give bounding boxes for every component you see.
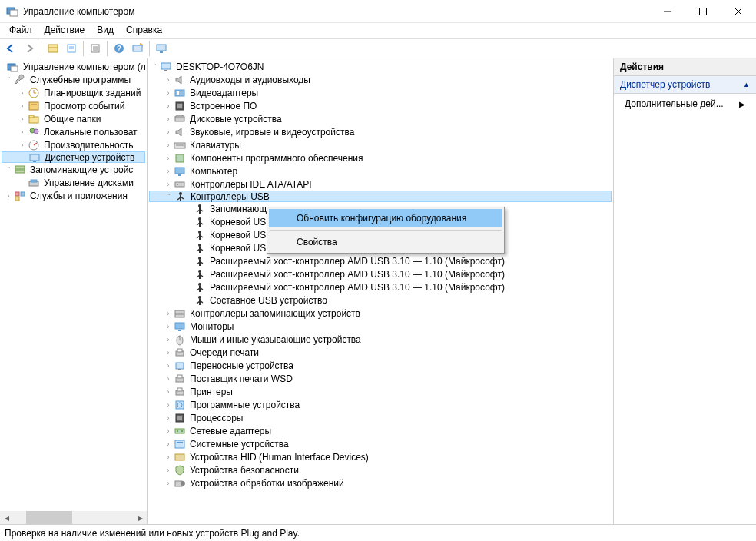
tree-root[interactable]: ▶Управление компьютером (л [2, 60, 145, 73]
device-tree-pane: ˅DESKTOP-4O7O6JN›Аудиовходы и аудиовыход… [148, 58, 614, 524]
actions-section[interactable]: Диспетчер устройств ▲ [614, 76, 756, 94]
left-horizontal-scrollbar[interactable]: ◂▸ [0, 511, 147, 524]
device-category[interactable]: ›Системные устройства [149, 437, 612, 450]
device-usb-item[interactable]: ▶Расширяемый хост-контроллер AMD USB 3.1… [149, 280, 612, 294]
svg-point-61 [198, 204, 201, 207]
twisty-icon[interactable]: › [163, 440, 174, 448]
menu-help[interactable]: Справка [120, 23, 168, 37]
twisty-icon[interactable]: › [163, 128, 174, 136]
twisty-icon[interactable]: ˅ [164, 193, 174, 201]
tree-local-users[interactable]: ›Локальные пользоват [2, 125, 145, 138]
tree-device-manager[interactable]: ›Диспетчер устройств [2, 151, 145, 163]
tree-event-viewer[interactable]: ›Просмотр событий [2, 99, 145, 112]
disk-icon [174, 113, 186, 125]
device-manager-icon [28, 151, 41, 164]
device-category[interactable]: ›Клавиатуры [149, 138, 612, 151]
tree-services-apps[interactable]: ›Службы и приложения [2, 189, 145, 202]
device-category[interactable]: ›Программные устройства [149, 398, 612, 411]
device-usb-item[interactable]: ▶Расширяемый хост-контроллер AMD USB 3.1… [149, 254, 612, 267]
twisty-icon[interactable]: › [163, 310, 174, 317]
device-category[interactable]: ›Контроллеры запоминающих устройств [149, 307, 612, 320]
back-button[interactable] [2, 40, 19, 57]
twisty-icon[interactable]: › [163, 336, 174, 344]
tree-shared-folders[interactable]: ›Общие папки [2, 112, 145, 125]
svg-point-73 [198, 244, 201, 247]
twisty-icon[interactable]: › [163, 362, 174, 370]
services-icon [14, 190, 26, 202]
scan-hardware-button[interactable] [129, 40, 146, 57]
twisty-icon[interactable]: › [163, 375, 174, 383]
device-category[interactable]: ›Контроллеры IDE ATA/ATAPI [149, 178, 612, 191]
device-category[interactable]: ›Сетевые адаптеры [149, 424, 612, 437]
twisty-icon[interactable]: › [163, 453, 174, 461]
device-category[interactable]: ›Поставщик печати WSD [149, 372, 612, 385]
twisty-icon[interactable]: › [163, 414, 174, 422]
tree-disk-management[interactable]: ›Управление дисками [2, 176, 145, 189]
twisty-icon[interactable]: › [163, 480, 174, 487]
svg-rect-104 [177, 375, 182, 378]
vid-icon [174, 87, 186, 99]
device-usb-item[interactable]: ▶Расширяемый хост-контроллер AMD USB 3.1… [149, 267, 612, 280]
device-category[interactable]: ›Устройства обработки изображений [149, 476, 612, 490]
twisty-icon[interactable]: › [163, 115, 174, 123]
device-category[interactable]: ›Устройства HID (Human Interface Devices… [149, 450, 612, 463]
device-category[interactable]: ›Мыши и иные указывающие устройства [149, 333, 612, 346]
menu-file[interactable]: Файл [3, 23, 38, 37]
device-category[interactable]: ›Звуковые, игровые и видеоустройства [149, 125, 612, 138]
menu-action[interactable]: Действие [38, 23, 91, 37]
device-category[interactable]: ›Видеоадаптеры [149, 86, 612, 99]
refresh-button[interactable] [87, 40, 104, 57]
twisty-icon[interactable]: › [163, 168, 174, 175]
forward-button[interactable] [21, 40, 38, 57]
tree-storage[interactable]: ˅Запоминающие устройс [2, 163, 145, 176]
twisty-icon[interactable]: ˅ [149, 63, 160, 71]
twisty-icon[interactable]: › [163, 76, 174, 84]
twisty-icon[interactable]: › [163, 323, 174, 330]
svg-rect-93 [175, 310, 184, 314]
twisty-icon[interactable]: › [163, 141, 174, 149]
context-menu-properties[interactable]: Свойства [269, 233, 502, 251]
device-category[interactable]: ›Компьютер [149, 164, 612, 178]
svg-point-118 [181, 481, 185, 486]
device-usb-controllers[interactable]: ˅Контроллеры USB [149, 191, 612, 202]
device-category[interactable]: ›Процессоры [149, 411, 612, 424]
twisty-icon[interactable]: › [163, 181, 174, 188]
device-category[interactable]: ›Мониторы [149, 320, 612, 333]
device-category[interactable]: ›Устройства безопасности [149, 463, 612, 476]
usb-icon [194, 294, 206, 307]
tree-performance[interactable]: ›Производительность [2, 138, 145, 151]
help-button[interactable]: ? [111, 40, 128, 57]
device-category[interactable]: ›Очереди печати [149, 346, 612, 359]
show-hide-button[interactable] [45, 40, 61, 57]
device-category[interactable]: ›Переносные устройства [149, 359, 612, 372]
twisty-icon[interactable]: › [163, 154, 174, 162]
device-category[interactable]: ›Дисковые устройства [149, 112, 612, 125]
twisty-icon[interactable]: › [163, 89, 174, 97]
twisty-icon[interactable]: › [163, 466, 174, 474]
properties-button[interactable] [63, 40, 80, 57]
device-usb-item[interactable]: ▶Составное USB устройство [149, 294, 612, 307]
twisty-icon[interactable]: › [163, 401, 174, 409]
maximize-button[interactable] [685, 0, 721, 23]
svg-point-112 [177, 430, 178, 432]
close-button[interactable] [721, 0, 756, 23]
tree-system-tools[interactable]: ˅Служебные программы [2, 73, 145, 86]
device-category[interactable]: ›Компоненты программного обеспечения [149, 151, 612, 164]
device-category[interactable]: ›Встроенное ПО [149, 99, 612, 112]
actions-header: Действия [614, 58, 756, 76]
tree-task-scheduler[interactable]: ›Планировщик заданий [2, 86, 145, 99]
twisty-icon[interactable]: › [163, 349, 174, 357]
actions-more[interactable]: Дополнительные дей... ▶ [614, 94, 756, 114]
svg-rect-114 [175, 440, 184, 448]
monitor-button[interactable] [153, 40, 170, 57]
device-root[interactable]: ˅DESKTOP-4O7O6JN [149, 60, 612, 73]
menu-view[interactable]: Вид [91, 23, 120, 37]
context-menu-scan[interactable]: Обновить конфигурацию оборудования [269, 209, 502, 227]
twisty-icon[interactable]: › [163, 102, 174, 110]
svg-rect-44 [175, 90, 184, 96]
twisty-icon[interactable]: › [163, 388, 174, 396]
twisty-icon[interactable]: › [163, 427, 174, 435]
minimize-button[interactable] [650, 0, 685, 23]
device-category[interactable]: ›Аудиовходы и аудиовыходы [149, 73, 612, 86]
device-category[interactable]: ›Принтеры [149, 385, 612, 398]
